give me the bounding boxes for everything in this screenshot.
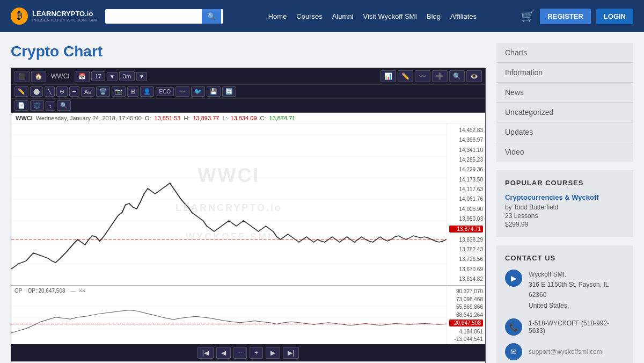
tb2-person[interactable]: 👤 [140,86,154,97]
ctrl-next[interactable]: ▶ [266,347,280,359]
nav-affiliates[interactable]: Affiliates [450,12,477,20]
info-high-label: H: [184,115,189,121]
chart-toolbar-row2: ✏️ ⬤ ╲ ⊕ ━ Aa 🗑️ 📷 ⊞ 👤 ECO 〰️ 🐦 💾 🔄 [11,85,485,99]
nav-courses[interactable]: Courses [296,12,322,20]
logo-icon: ₿ [11,8,28,25]
tb2-eco[interactable]: ECO [156,87,174,96]
price-14452: 14,452.83 [449,127,483,133]
sidebar-item-charts[interactable]: Charts [496,43,633,63]
nav-alumni[interactable]: Alumni [332,12,354,20]
tb2-cross[interactable]: ⊕ [56,86,68,97]
ctrl-last[interactable]: ▶| [283,347,299,359]
ctrl-prev[interactable]: ◀ [216,347,231,359]
sidebar-item-uncategorized[interactable]: Uncategorized [496,103,633,122]
tb2-wave2[interactable]: 〰️ [175,86,189,97]
sidebar-item-video[interactable]: Video [496,142,633,162]
tb2-camera[interactable]: 📷 [112,86,126,97]
chart-main[interactable]: WWCILEARNCRYPTO.ioWYCKOFF SMI [11,124,485,285]
course-link[interactable]: Cryptocurrencies & Wyckoff [505,193,625,201]
price-14285: 14,285.23 [449,157,483,163]
toolbar-screen-btn[interactable]: ⬛ [14,71,30,82]
sidebar-menu: Charts Information News Uncategorized Up… [496,43,633,162]
sidebar-item-information[interactable]: Information [496,63,633,83]
toolbar-search-btn[interactable]: 🔍 [449,70,465,82]
chart-toolbar-row1: ⬛ 🏠 WWCI 📅 17 ▼ 3m ▼ 📊 ✏️ 〰️ ➕ 🔍 👁️ [11,68,485,85]
tb2-refresh[interactable]: 🔄 [222,86,236,97]
tb2-text[interactable]: Aa [81,87,94,97]
sidebar-item-updates[interactable]: Updates [496,122,633,142]
price-14341: 14,341.10 [449,147,483,153]
tb2-save[interactable]: 💾 [207,86,221,97]
price-axis-lower: 90,327,070 73,098,468 55,869,866 38,641,… [447,286,485,344]
sidebar-item-news[interactable]: News [496,83,633,103]
popular-courses-title: POPULAR COURSES [505,179,625,187]
course-author: by Todd Butterfield [505,204,625,211]
content-area: Crypto Chart ⬛ 🏠 WWCI 📅 17 ▼ 3m ▼ 📊 ✏️ 〰… [11,43,486,363]
info-low: 13,834.09 [231,115,257,121]
register-button[interactable]: REGISTER [540,9,590,24]
vol-highlight: 20,647,508 [449,320,483,326]
tb2-circle[interactable]: ⬤ [30,86,43,97]
vol-55m: 55,869,866 [449,304,483,310]
phone-text: 1-518-WYCKOFF (518-992-5633) [529,320,625,335]
price-13838: 13,838.29 [449,237,483,243]
toolbar-wave-btn[interactable]: 〰️ [415,70,430,82]
nav-wyckoff[interactable]: Visit Wyckoff SMI [363,12,418,20]
ticker-label: WWCI [48,72,73,80]
header-actions: 🛒 REGISTER LOGIN [521,9,633,24]
tb2-pen[interactable]: ✏️ [14,86,28,97]
price-highlighted: 13,874.71 [449,226,483,233]
vol-73m: 73,098,468 [449,296,483,302]
toolbar-drop2-btn[interactable]: ▼ [136,72,147,81]
tb2-twitter[interactable]: 🐦 [191,86,205,97]
chart-lower[interactable]: OP OP: 20,647,508 — ✕ ✕ [11,285,485,344]
info-open-label: O: [145,115,151,121]
nav-home[interactable]: Home [268,12,287,20]
price-line [11,183,447,269]
contact-email: ✉ support@wyckoffsmi.com [505,343,625,360]
ctrl-plus[interactable]: + [250,347,263,359]
site-header: ₿ LEARNCRYPTO.io PRESENTED BY WYCKOFF SM… [0,0,644,32]
toolbar-barchart-btn[interactable]: 📊 [380,70,396,82]
info-ticker: WWCI [16,115,33,121]
toolbar-home-btn[interactable]: 🏠 [31,71,46,82]
toolbar-cal-btn[interactable]: 📅 [75,71,90,82]
toolbar-3m-btn[interactable]: 3m [119,71,135,81]
login-button[interactable]: LOGIN [596,9,633,24]
search-input[interactable] [105,9,202,24]
chart-info-bar: WWCI Wednesday, January 24, 2018, 17:45:… [11,113,485,124]
contact-title: CONTACT US [505,254,625,262]
tb2-line[interactable]: ╲ [45,86,55,97]
toolbar-plus-btn[interactable]: ➕ [432,70,448,82]
tb2-dash[interactable]: ━ [69,86,79,97]
toolbar-17-btn[interactable]: 17 [91,71,105,81]
price-14117: 14,117.63 [449,186,483,192]
chart-controls: |◀ ◀ − + ▶ ▶| [11,344,485,361]
toolbar-drop1-btn[interactable]: ▼ [107,72,118,81]
price-13670: 13,670.69 [449,266,483,272]
tb3-scale[interactable]: ⚖️ [30,100,44,111]
lower-close-x2[interactable]: ✕ [78,288,83,294]
price-13726: 13,726.56 [449,256,483,262]
price-13782: 13,782.43 [449,246,483,252]
search-button[interactable]: 🔍 [202,9,221,24]
tb3-zoom[interactable]: 🔍 [57,100,71,111]
lower-chart-svg [11,295,447,344]
toolbar-eye-btn[interactable]: 👁️ [466,70,482,82]
tb2-trash[interactable]: 🗑️ [96,86,110,97]
logo[interactable]: ₿ LEARNCRYPTO.io PRESENTED BY WYCKOFF SM… [11,8,97,25]
main-chart-svg [11,124,447,285]
tb2-grid[interactable]: ⊞ [127,86,138,97]
toolbar-pencil-btn[interactable]: ✏️ [398,70,413,82]
location-icon: ▶ [505,270,522,287]
tb3-doc[interactable]: 📄 [14,100,28,111]
price-13614: 13,614.82 [449,276,483,282]
nav-blog[interactable]: Blog [427,12,441,20]
tb3-resize[interactable]: ↕️ [46,101,55,111]
info-open: 13,851.53 [155,115,181,121]
ctrl-first[interactable]: |◀ [197,347,214,359]
contact-phone: 📞 1-518-WYCKOFF (518-992-5633) [505,318,625,336]
info-low-label: L: [222,115,227,121]
ctrl-minus[interactable]: − [233,347,247,359]
cart-icon[interactable]: 🛒 [521,10,535,23]
